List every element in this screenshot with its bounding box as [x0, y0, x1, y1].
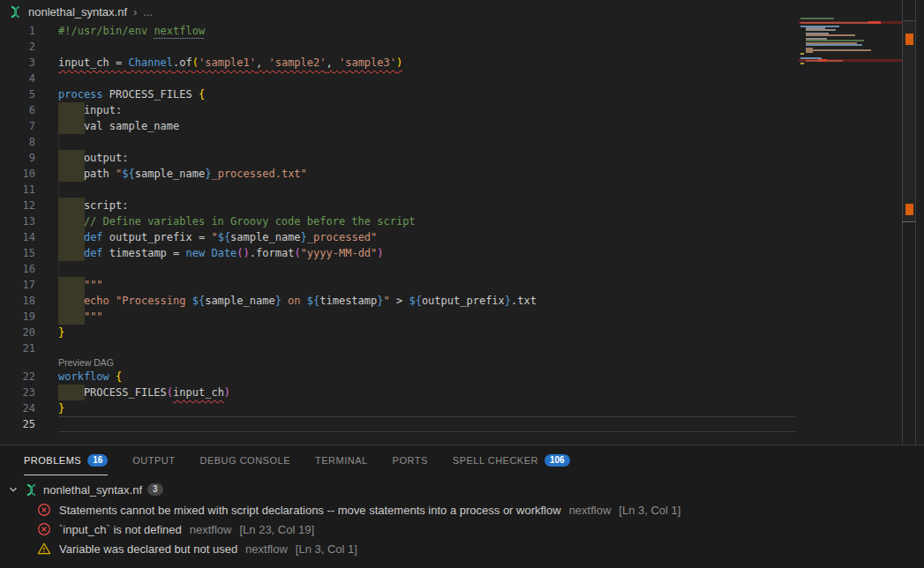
problem-source: nextflow	[190, 523, 232, 536]
line-number: 14	[0, 229, 35, 245]
code-line-19[interactable]: 19 """	[0, 309, 799, 325]
codelens-preview-dag[interactable]: Preview DAG	[0, 356, 799, 369]
breadcrumb-more[interactable]: ...	[143, 5, 153, 19]
code-line-25[interactable]: 25	[0, 416, 799, 432]
tab-label: PORTS	[393, 455, 428, 466]
problem-message: Variable was declared but not used	[59, 542, 237, 556]
line-text: }	[58, 400, 64, 416]
line-number: 3	[0, 55, 35, 71]
code-line-9[interactable]: 9 output:	[0, 150, 799, 166]
line-text: workflow {	[58, 369, 122, 385]
code-line-10[interactable]: 10 path "${sample_name}_processed.txt"	[0, 166, 799, 182]
problem-message: `input_ch` is not defined	[59, 523, 182, 536]
line-number: 17	[0, 277, 35, 293]
panel-tab-problems[interactable]: PROBLEMS16	[24, 445, 108, 475]
line-text: input:	[58, 102, 122, 118]
minimap-line	[806, 51, 813, 53]
code-line-16[interactable]: 16	[0, 261, 799, 277]
code-line-8[interactable]: 8	[0, 134, 799, 150]
line-number: 6	[0, 102, 35, 118]
minimap-line	[800, 22, 878, 24]
editor-area: nonlethal_syntax.nf › ... 1#!/usr/bin/en…	[0, 0, 924, 445]
current-line-highlight	[58, 416, 796, 432]
line-number: 9	[0, 150, 35, 166]
code-line-22[interactable]: 22workflow {	[0, 369, 799, 385]
line-text: path "${sample_name}_processed.txt"	[58, 166, 307, 182]
panel-tab-spell-checker[interactable]: SPELL CHECKER106	[453, 445, 570, 475]
code-line-4[interactable]: 4	[0, 71, 799, 86]
line-text: input_ch = Channel.of('sample1', 'sample…	[58, 55, 402, 71]
code-line-2[interactable]: 2	[0, 39, 799, 55]
problem-row[interactable]: Statements cannot be mixed with script d…	[0, 500, 924, 519]
line-number: 11	[0, 182, 35, 198]
code-line-6[interactable]: 6 input:	[0, 102, 799, 118]
minimap-line	[806, 49, 871, 51]
code-line-23[interactable]: 23 PROCESS_FILES(input_ch)	[0, 385, 799, 400]
line-text: PROCESS_FILES(input_ch)	[58, 385, 230, 400]
line-text: echo "Processing ${sample_name} on ${tim…	[58, 293, 537, 309]
code-line-11[interactable]: 11	[0, 182, 799, 198]
code-line-18[interactable]: 18 echo "Processing ${sample_name} on ${…	[0, 293, 799, 309]
chevron-down-icon[interactable]	[7, 483, 19, 496]
code-line-3[interactable]: 3input_ch = Channel.of('sample1', 'sampl…	[0, 55, 799, 71]
line-text: output:	[58, 150, 128, 166]
code-lines[interactable]: 1#!/usr/bin/env nextflow23input_ch = Cha…	[0, 23, 799, 432]
nextflow-file-icon	[9, 5, 22, 19]
line-text: #!/usr/bin/env nextflow	[58, 23, 205, 39]
minimap-line	[868, 21, 881, 24]
panel-tab-terminal[interactable]: TERMINAL	[315, 445, 368, 475]
line-text: """	[58, 309, 103, 325]
panel-tab-ports[interactable]: PORTS	[393, 445, 428, 475]
panel-tab-debug-console[interactable]: DEBUG CONSOLE	[200, 445, 290, 475]
line-number: 18	[0, 293, 35, 309]
line-number: 16	[0, 261, 35, 277]
overview-ruler-error-mark	[905, 204, 913, 215]
tab-label: DEBUG CONSOLE	[200, 455, 290, 466]
problem-source: nextflow	[569, 504, 612, 517]
code-line-14[interactable]: 14 def output_prefix = "${sample_name}_p…	[0, 229, 799, 245]
line-number: 15	[0, 245, 35, 261]
code-line-5[interactable]: 5process PROCESS_FILES {	[0, 86, 799, 102]
breadcrumb-file[interactable]: nonlethal_syntax.nf	[28, 5, 127, 19]
line-number: 21	[0, 340, 35, 356]
indent-guide	[58, 261, 59, 277]
line-text: def timestamp = new Date().format("yyyy-…	[58, 245, 384, 261]
problems-list: Statements cannot be mixed with script d…	[0, 500, 924, 558]
problem-row[interactable]: `input_ch` is not definednextflow[Ln 23,…	[0, 519, 924, 539]
code-line-7[interactable]: 7 val sample_name	[0, 118, 799, 134]
overview-ruler-error-mark	[905, 34, 913, 45]
code-line-17[interactable]: 17 """	[0, 277, 799, 293]
code-line-21[interactable]: 21	[0, 340, 799, 356]
line-number: 5	[0, 86, 35, 102]
panel-tabs: PROBLEMS16OUTPUTDEBUG CONSOLETERMINALPOR…	[0, 445, 924, 475]
code-line-1[interactable]: 1#!/usr/bin/env nextflow	[0, 23, 799, 39]
code-line-24[interactable]: 24}	[0, 400, 799, 416]
code-line-20[interactable]: 20}	[0, 325, 799, 340]
tab-label: OUTPUT	[132, 455, 175, 466]
breadcrumb: nonlethal_syntax.nf › ...	[0, 0, 924, 23]
problem-location: [Ln 3, Col 1]	[619, 504, 680, 517]
code-line-12[interactable]: 12 script:	[0, 198, 799, 213]
line-text: val sample_name	[58, 118, 179, 134]
line-number: 10	[0, 166, 35, 182]
minimap-line	[818, 59, 827, 62]
line-number: 20	[0, 325, 35, 340]
minimap[interactable]	[799, 0, 902, 445]
scrollbar-slider[interactable]	[902, 20, 915, 222]
line-text: // Define variables in Groovy code befor…	[58, 213, 416, 229]
problem-row[interactable]: Variable was declared but not usednextfl…	[0, 539, 924, 558]
line-number: 4	[0, 71, 35, 86]
problems-file-group[interactable]: nonlethal_syntax.nf 3	[0, 479, 924, 500]
minimap-line	[806, 29, 836, 31]
line-number: 2	[0, 39, 35, 55]
line-number: 13	[0, 213, 35, 229]
editor-right-border	[915, 0, 916, 445]
line-number: 22	[0, 369, 35, 385]
indent-guide	[58, 182, 59, 198]
panel-tab-output[interactable]: OUTPUT	[132, 445, 175, 475]
minimap-line	[800, 63, 804, 64]
code-line-13[interactable]: 13 // Define variables in Groovy code be…	[0, 213, 799, 229]
code-line-15[interactable]: 15 def timestamp = new Date().format("yy…	[0, 245, 799, 261]
line-number: 12	[0, 198, 35, 213]
line-number: 1	[0, 23, 35, 39]
